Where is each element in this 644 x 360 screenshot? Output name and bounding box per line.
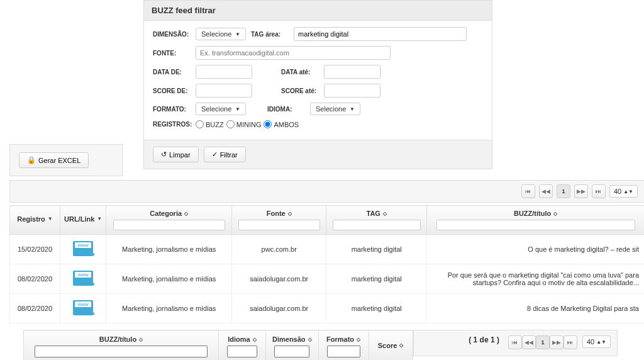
page-number-button[interactable]: 1 bbox=[557, 184, 570, 198]
page-prev-button[interactable]: ◀◀ bbox=[539, 184, 553, 198]
col-fonte[interactable]: Fonte◇ bbox=[232, 206, 326, 235]
label-tag: TAG área: bbox=[251, 31, 289, 38]
filter-buzz-input[interactable] bbox=[436, 220, 635, 230]
col-buzz[interactable]: BUZZ/título◇ bbox=[427, 206, 644, 235]
page-last-button[interactable]: ⏭ bbox=[564, 335, 577, 349]
col2-dimensao[interactable]: Dimensão◇ bbox=[266, 330, 319, 361]
sort-icon: ◇ bbox=[184, 211, 188, 217]
cell-fonte: pwc.com.br bbox=[232, 235, 326, 264]
page-first-button[interactable]: ⏮ bbox=[508, 335, 522, 349]
cell-url[interactable] bbox=[60, 235, 106, 264]
page-next-button[interactable]: ▶▶ bbox=[550, 335, 564, 349]
cell-url[interactable] bbox=[60, 294, 106, 323]
cell-buzz: Por que será que o marketing digital "ca… bbox=[427, 264, 644, 294]
page-prev-button[interactable]: ◀◀ bbox=[522, 335, 536, 349]
col-categoria-label: Categoria bbox=[150, 210, 182, 217]
col-categoria[interactable]: Categoria◇ bbox=[106, 206, 232, 235]
filter2-dimensao-input[interactable] bbox=[274, 346, 309, 357]
filter-body: DIMENSÃO: Selecione ▼ TAG área: FONTE: D… bbox=[144, 21, 492, 140]
col2-score[interactable]: Score◇ bbox=[369, 330, 413, 361]
label-dimensao: DIMENSÃO: bbox=[153, 31, 191, 38]
col-registro-label: Registro bbox=[17, 215, 45, 223]
page-size-select[interactable]: 40 ▲▼ bbox=[582, 335, 611, 348]
col-tag[interactable]: TAG◇ bbox=[326, 206, 427, 235]
data-ate-input[interactable] bbox=[324, 65, 380, 79]
filtrar-button[interactable]: ✓ Filtrar bbox=[204, 147, 246, 162]
gerar-excel-button[interactable]: 🔒 Gerar EXCEL bbox=[19, 152, 89, 168]
sort-icon: ▲▼ bbox=[596, 339, 606, 345]
col2-buzz[interactable]: BUZZ/título◇ bbox=[24, 330, 219, 361]
page-info: ( 1 de 1 ) bbox=[469, 335, 499, 344]
chevron-down-icon: ▼ bbox=[235, 31, 240, 37]
tag-input[interactable] bbox=[294, 27, 467, 41]
score-ate-input[interactable] bbox=[324, 84, 380, 98]
detail-table: BUZZ/título◇ Idioma◇ Dimensão◇ Formato◇ … bbox=[23, 330, 413, 360]
radio-buzz-label: BUZZ bbox=[206, 121, 224, 128]
pagination-bottom: ( 1 de 1 ) ⏮ ◀◀ 1 ▶▶ ⏭ 40 ▲▼ bbox=[413, 330, 618, 356]
chevron-down-icon: ▼ bbox=[235, 106, 240, 112]
page-size-select[interactable]: 40 ▲▼ bbox=[609, 185, 638, 198]
cell-url[interactable] bbox=[60, 264, 106, 294]
radio-mining[interactable]: MINING bbox=[226, 120, 262, 128]
cell-registro: 08/02/2020 bbox=[10, 264, 60, 294]
limpar-label: Limpar bbox=[169, 151, 191, 159]
idioma-select[interactable]: Selecione ▼ bbox=[310, 103, 360, 115]
cell-fonte: saiadolugar.com.br bbox=[232, 264, 326, 294]
cell-categoria: Marketing, jornalismo e mídias bbox=[106, 294, 232, 323]
radio-group-registros: BUZZ MINING AMBOS bbox=[196, 120, 299, 128]
table-row: 08/02/2020Marketing, jornalismo e mídias… bbox=[10, 294, 645, 323]
radio-buzz[interactable]: BUZZ bbox=[196, 120, 224, 128]
label-formato: FORMATO: bbox=[153, 106, 191, 113]
col2-formato[interactable]: Formato◇ bbox=[318, 330, 369, 361]
table-row: 15/02/2020Marketing, jornalismo e mídias… bbox=[10, 235, 645, 264]
filter-tag-input[interactable] bbox=[333, 220, 421, 230]
page-size-value: 40 bbox=[587, 338, 594, 346]
cell-tag: marketing digital bbox=[326, 264, 427, 294]
sort-icon: ◇ bbox=[553, 211, 557, 217]
col-url[interactable]: URL/Link▼ bbox=[60, 206, 106, 235]
label-fonte: FONTE: bbox=[153, 50, 191, 57]
filter-categoria-input[interactable] bbox=[113, 220, 225, 230]
col2-dimensao-label: Dimensão bbox=[272, 335, 306, 343]
data-de-input[interactable] bbox=[196, 65, 252, 79]
gerar-excel-wrap: 🔒 Gerar EXCEL bbox=[9, 144, 123, 176]
col2-score-label: Score bbox=[378, 342, 397, 349]
filter2-buzz-input[interactable] bbox=[35, 346, 208, 357]
radio-ambos[interactable]: AMBOS bbox=[264, 120, 299, 128]
sort-icon: ◇ bbox=[383, 211, 387, 217]
label-data-de: DATA de: bbox=[153, 69, 191, 76]
score-de-input[interactable] bbox=[196, 84, 252, 98]
idioma-select-text: Selecione bbox=[316, 105, 347, 113]
clear-icon: ↺ bbox=[161, 150, 167, 159]
col2-buzz-label: BUZZ/título bbox=[99, 335, 136, 343]
cell-categoria: Marketing, jornalismo e mídias bbox=[106, 264, 232, 294]
formato-select[interactable]: Selecione ▼ bbox=[196, 103, 246, 115]
cell-buzz: O que é marketing digital? – rede sit bbox=[427, 235, 644, 264]
main-table-section: 🔒 Gerar EXCEL ⏮ ◀◀ 1 ▶▶ ⏭ 40 ▲▼ Registro… bbox=[9, 144, 644, 323]
page-next-button[interactable]: ▶▶ bbox=[574, 184, 588, 198]
sort-icon: ◇ bbox=[139, 337, 143, 342]
sort-icon: ▲▼ bbox=[623, 189, 633, 194]
page-number-button[interactable]: 1 bbox=[536, 335, 550, 349]
page-first-button[interactable]: ⏮ bbox=[521, 184, 535, 198]
filter-title: BUZZ feed filtrar bbox=[144, 1, 492, 21]
col2-idioma[interactable]: Idioma◇ bbox=[219, 330, 266, 361]
sort-icon: ◇ bbox=[308, 337, 312, 342]
filter2-idioma-input[interactable] bbox=[227, 346, 258, 357]
filter-fonte-input[interactable] bbox=[238, 220, 320, 230]
col2-formato-label: Formato bbox=[326, 335, 354, 343]
sort-icon: ◇ bbox=[357, 337, 360, 342]
sort-icon: ▼ bbox=[97, 216, 102, 222]
col-registro[interactable]: Registro▼ bbox=[10, 206, 60, 235]
fonte-input[interactable] bbox=[196, 46, 391, 60]
page-last-button[interactable]: ⏭ bbox=[592, 184, 606, 198]
sort-icon: ▼ bbox=[48, 216, 53, 222]
label-registros: REGISTROS: bbox=[153, 121, 191, 128]
cell-categoria: Marketing, jornalismo e mídias bbox=[106, 235, 232, 264]
cell-fonte: saiadolugar.com.br bbox=[232, 294, 326, 323]
dimensao-select[interactable]: Selecione ▼ bbox=[196, 28, 246, 40]
limpar-button[interactable]: ↺ Limpar bbox=[153, 147, 199, 162]
cell-buzz: 8 dicas de Marketing Digital para sta bbox=[427, 294, 644, 323]
cell-tag: marketing digital bbox=[326, 235, 427, 264]
filter2-formato-input[interactable] bbox=[327, 346, 360, 357]
